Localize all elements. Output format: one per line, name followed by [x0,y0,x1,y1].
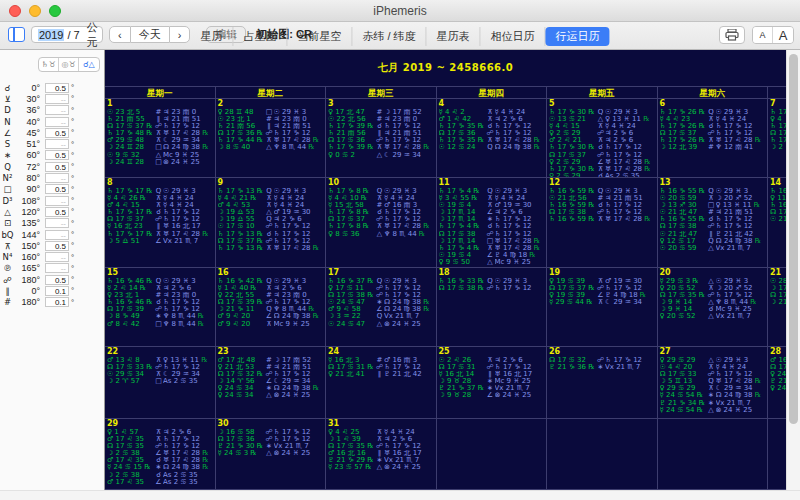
day-cell-26[interactable]: 26☊ 17 ♋ 32☍♄ 17 ♑ 12♇ 21 ♑ 36 ℞∗Vx 21 ♏… [547,347,658,419]
orb-input[interactable]: 0.5 [45,150,69,160]
day-number: 11 [439,179,547,187]
date-nav: ‹ 今天 › [109,26,190,43]
vertical-scrollbar-thumb[interactable] [789,54,798,424]
transit-aspect-line: ♄ 17 ♑ 17 ℞Q☉ 29 ♓ 3 [107,188,215,195]
prev-button[interactable]: ‹ [109,26,131,43]
orb-input[interactable]: 0.5 [45,241,69,251]
orb-input[interactable]: -- [45,173,69,183]
orb-input[interactable]: 0.5 [45,207,69,217]
tab-2[interactable]: 占星图 [233,27,287,46]
transit-aspect-line: ☊ 17 ♋ 37☍♄ 17 ♑ 12 [107,216,215,223]
day-cell-16[interactable]: 16♄ 16 ♑ 42 ℞Q☉ 29 ♓ 3☿ 1 ♌ 40 ℞⊼♃ 2 ♑ 6… [216,268,327,347]
day-cell-27[interactable]: 27♀ 29 ♋ 29△☉ 29 ♓ 3☉ 4 ♌ 20⊼☿ 4 ♓ 24☊ 1… [658,347,769,419]
orb-input[interactable]: 0.5 [45,83,69,93]
aspect-glyph: ∗ [0,150,15,160]
tab-6[interactable]: 相位日历 [481,27,546,46]
transit-aspect-line: ☊ 17 ♋ 33☍♄ 17 ♑ 12 [660,371,768,378]
day-cell-29[interactable]: 29♀ 1 ♌ 57⊼♃ 2 ♑ 6♂ 17 ♌ 35⊼♄ 17 ♑ 12☊ 1… [105,419,216,490]
transit-aspect-line: ☊ 17 ♋ 38☍♄ 17 ♑ 12 [439,231,547,238]
day-cell-6[interactable]: 6♄ 17 ♑ 26 ℞Q☉ 29 ♓ 3☿ 4 ♌ 23⊼☿ 4 ♓ 24♄ … [658,99,769,178]
sidebar-segment-3-icon[interactable]: ☌△ [79,58,99,71]
tab-5[interactable]: 星历表 [427,27,481,46]
orb-input[interactable]: -- [45,117,69,127]
aspect-glyph: N⁴ [0,252,15,262]
aspect-row: ☍180°0.5° [0,274,104,285]
empty-day-cell [547,419,658,490]
degree-label: ° [71,185,74,194]
orb-input[interactable]: 0.5 [45,275,69,285]
tab-7[interactable]: 行运日历 [546,27,610,46]
day-cell-15[interactable]: 15♄ 16 ♑ 46 ℞Q☉ 29 ♓ 3☿ 2 ♌ 14 ℞⊼♃ 2 ♑ 6… [105,268,216,347]
day-cell-28[interactable]: 28♂ 16☊ 17♀ 24♇ 21♀ 24 [768,347,786,419]
font-smaller-button[interactable]: A [753,27,773,43]
sidebar-segment-2-icon[interactable]: ◎♉ [59,58,79,71]
minimize-button[interactable] [29,5,41,17]
today-button[interactable]: 今天 [131,26,169,43]
transit-aspect-line: ♀ 2 ♋ 29∠♅ 17 ♌ 28 ℞ [549,159,657,166]
day-cell-5[interactable]: 5♄ 17 ♑ 30 ℞Q☉ 29 ♓ 3☉ 13 ♋ 21△♀ 13 ♓ 11… [547,99,658,178]
sidebar-toggle-icon[interactable] [8,27,25,42]
day-cell-8[interactable]: 8♄ 17 ♑ 17 ℞Q☉ 29 ♓ 3☿ 4 ♌ 26 ℞⊼☿ 4 ♓ 24… [105,178,216,268]
orb-input[interactable]: -- [45,196,69,206]
day-cell-23[interactable]: 23♂ 17 北 48#☽ 17 南 52♀ 21 北 53#♃ 21 南 51… [216,347,327,419]
orb-input[interactable]: 0.5 [45,162,69,172]
transit-aspect-line: ♄ 16 [770,188,786,195]
print-button[interactable] [719,26,745,44]
transit-aspect-line: ♄ 17 ♑ 44 ℞⊼♅ 17 ♌ 28 ℞ [218,137,326,144]
transit-aspect-line: ♀ 8 ♋ 36△♆ 8 ♏ 44 ℞ [328,231,436,238]
tab-1[interactable]: 星历 [190,27,233,46]
orb-input[interactable]: 0.1 [45,297,69,307]
horizontal-scrollbar[interactable] [0,490,800,500]
day-cell-21[interactable]: 21☉ 28☽ 17☊ 17☽ 21 [768,268,786,347]
orb-input[interactable]: -- [45,218,69,228]
date-field[interactable]: 2019 / 7 公元 [31,26,103,43]
day-cell-10[interactable]: 10♄ 17 ♑ 8 ℞Q☉ 29 ♓ 3☿ 4 ♌ 10 ℞⊼☿ 4 ♓ 24… [326,178,437,268]
day-cell-24[interactable]: 24☿ 16 北 3#♂ 16 南 3☊ 17 ♋ 31 ℞☍♄ 17 ♑ 12… [326,347,437,419]
day-cell-2[interactable]: 2♀ 28 ♊ 48□☉ 29 ♓ 3☉ 23 北 1#♃ 23 南 0♄ 21… [216,99,327,178]
transit-aspect-line: ♄ 17 ♑ 4 ℞Q☉ 29 ♓ 3 [439,188,547,195]
orb-input[interactable]: 0.5 [45,184,69,194]
day-cell-1[interactable]: 1☉ 23 北 5#♃ 23 南 0♄ 21 南 55∥♃ 21 南 51☊ 1… [105,99,216,178]
orb-input[interactable]: -- [45,263,69,273]
day-cell-9[interactable]: 9♄ 17 ♑ 13 ℞Q☉ 29 ♓ 3☿ 4 ♌ 21 ℞⊼☿ 4 ♓ 24… [216,178,327,268]
day-cell-13[interactable]: 13♄ 16 ♑ 55 ℞Q☉ 29 ♓ 3☉ 20 ♋ 59⊼☽ 20 ♐ 5… [658,178,769,268]
next-button[interactable]: › [169,26,191,43]
day-cell-19[interactable]: 19♀ 19 ♋ 39⊼♂ 19 ♒ 30☊ 17 ♋ 37 ℞☍♄ 17 ♑ … [547,268,658,347]
day-cell-17[interactable]: 17♄ 16 ♑ 37 ℞Q☉ 29 ♓ 3♀ 17 ♋ 11☍♄ 17 ♑ 1… [326,268,437,347]
transit-aspect-line: ♄ 17 ♑ 30 ℞⊼♅ 17 ♌ 28 ℞ [549,166,657,173]
tab-4[interactable]: 赤纬 / 纬度 [352,27,426,46]
transit-aspect-line: ☽ 9 ♓ 14☌Mc 9 ♓ 25 [660,306,768,313]
day-cell-14[interactable]: 14♄ 16♀ 11♄ 16☊ 17☉ 21 [768,178,786,268]
font-larger-button[interactable]: A [773,27,793,43]
day-cell-4[interactable]: 4☿ 4 ♌ 2⊼☿ 4 ♓ 24♂ 1 ♌ 42⊼♃ 2 ♑ 6♄ 17 ♑ … [437,99,548,178]
orb-input[interactable]: -- [45,94,69,104]
year-input[interactable]: 2019 [38,29,64,41]
day-cell-18[interactable]: 18♄ 16 ♑ 33 ℞Q☉ 29 ♓ 3☊ 17 ♋ 38 ℞☍♄ 17 ♑… [437,268,548,347]
orb-input[interactable]: -- [45,230,69,240]
transit-aspect-line: ♀ 21 北 53#♃ 21 南 51 [218,364,326,371]
month-input[interactable]: 7 [74,29,80,41]
day-cell-12[interactable]: 12♄ 16 ♑ 59 ℞Q☉ 29 ♓ 3☉ 21 北 56#♃ 21 南 5… [547,178,658,268]
day-cell-20[interactable]: 20☿ 29 ♋ 3 ℞△☉ 29 ♓ 3♀ 20 ♋ 52⊼☽ 20 ♐ 52… [658,268,769,347]
day-cell-7[interactable]: 7♄ 17♀ 4♄ 17☊ 17♄ 17☽ 2 [768,99,786,178]
orb-input[interactable]: 0.1 [45,286,69,296]
close-button[interactable] [9,5,21,17]
day-cell-3[interactable]: 3♀ 17 北 47#☽ 17 南 52☉ 22 北 56#♃ 23 南 0♄ … [326,99,437,178]
orb-input[interactable]: -- [45,252,69,262]
day-cell-25[interactable]: 25☉ 2 ♌ 26⊼♃ 2 ♑ 6☊ 17 ♋ 31☍♄ 17 ♑ 12☿ 1… [437,347,548,419]
day-cell-22[interactable]: 22♂ 13 ♌ 8⊼♀ 13 ♓ 11 ℞☊ 17 ♋ 33 ℞☍♄ 17 ♑… [105,347,216,419]
aspect-row: bQ144°--° [0,229,104,240]
transit-aspect-line: ☿ 24 ♋ 15 ℞∗☊ 24 ♍ 38 ℞ [107,464,215,471]
zoom-button[interactable] [49,5,61,17]
vertical-scrollbar[interactable] [786,50,800,490]
degree-label: ° [71,286,74,295]
transit-aspect-line: ☊ 17 [770,130,786,137]
day-cell-31[interactable]: 31♀ 4 ♌ 25⊼☿ 4 ♓ 24☽ 1 ♌ 39⊼♃ 2 ♑ 6☊ 17 … [326,419,437,490]
tab-3[interactable]: 当前星空 [287,27,352,46]
orb-input[interactable]: -- [45,139,69,149]
sidebar-segment-1-icon[interactable]: ♄♉ [39,58,59,71]
orb-input[interactable]: -- [45,105,69,115]
orb-input[interactable]: 0.5 [45,128,69,138]
day-cell-11[interactable]: 11♄ 17 ♑ 4 ℞Q☉ 29 ♓ 3☿ 3 ♌ 55 ℞⊼☿ 4 ♓ 24… [437,178,548,268]
day-cell-30[interactable]: 30☽ 16 ♋ 58☍♄ 17 ♑ 12☊ 17 ♋ 36☍♄ 17 ♑ 12… [216,419,327,490]
